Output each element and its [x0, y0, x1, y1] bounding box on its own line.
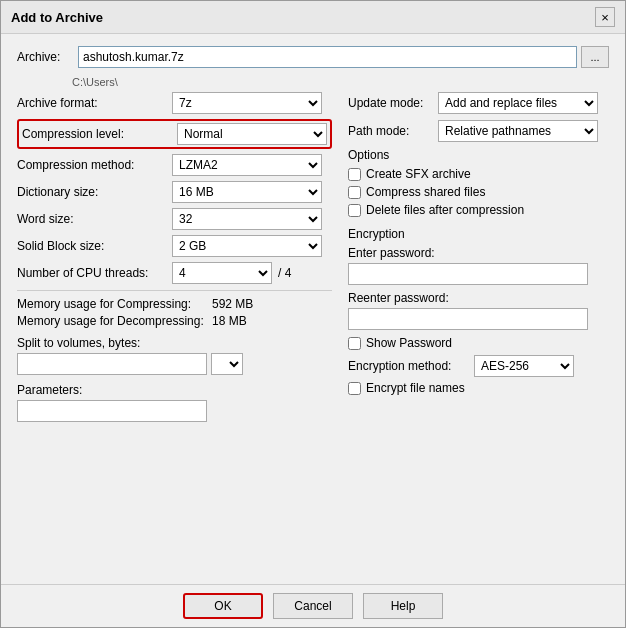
update-mode-label: Update mode: — [348, 96, 438, 110]
mem-decompress-row: Memory usage for Decompressing: 18 MB — [17, 314, 332, 328]
mem-compress-row: Memory usage for Compressing: 592 MB — [17, 297, 332, 311]
params-section: Parameters: — [17, 383, 332, 422]
solid-row: Solid Block size: 2 GB — [17, 235, 332, 257]
create-sfx-checkbox[interactable] — [348, 168, 361, 181]
word-select[interactable]: 32 — [172, 208, 322, 230]
method-label: Compression method: — [17, 158, 172, 172]
format-label: Archive format: — [17, 96, 172, 110]
compression-level-select[interactable]: Normal — [177, 123, 327, 145]
enc-method-label: Encryption method: — [348, 359, 468, 373]
mem-decompress-value: 18 MB — [212, 314, 247, 328]
dict-label: Dictionary size: — [17, 185, 172, 199]
cancel-button[interactable]: Cancel — [273, 593, 353, 619]
archive-path-input[interactable] — [78, 46, 577, 68]
update-mode-row: Update mode: Add and replace files — [348, 92, 609, 114]
compression-level-row: Compression level: Normal — [17, 119, 332, 149]
add-to-archive-dialog: Add to Archive × Archive: ... C:\Users\ … — [0, 0, 626, 628]
cpu-label: Number of CPU threads: — [17, 266, 172, 280]
show-password-label: Show Password — [366, 336, 452, 350]
split-unit-select[interactable] — [211, 353, 243, 375]
compression-level-label: Compression level: — [22, 127, 177, 141]
options-heading: Options — [348, 148, 609, 162]
split-input[interactable] — [17, 353, 207, 375]
solid-label: Solid Block size: — [17, 239, 172, 253]
update-mode-select[interactable]: Add and replace files — [438, 92, 598, 114]
solid-select[interactable]: 2 GB — [172, 235, 322, 257]
delete-after-label: Delete files after compression — [366, 203, 524, 217]
reenter-pass-label: Reenter password: — [348, 291, 609, 305]
split-label: Split to volumes, bytes: — [17, 336, 332, 350]
mem-decompress-label: Memory usage for Decompressing: — [17, 314, 212, 328]
compress-shared-label: Compress shared files — [366, 185, 485, 199]
mem-compress-value: 592 MB — [212, 297, 253, 311]
dialog-title: Add to Archive — [11, 10, 103, 25]
path-mode-label: Path mode: — [348, 124, 438, 138]
path-mode-select[interactable]: Relative pathnames — [438, 120, 598, 142]
compress-shared-checkbox[interactable] — [348, 186, 361, 199]
delete-after-checkbox[interactable] — [348, 204, 361, 217]
cpu-select[interactable]: 4 — [172, 262, 272, 284]
delete-after-row: Delete files after compression — [348, 203, 609, 217]
mem-compress-label: Memory usage for Compressing: — [17, 297, 212, 311]
archive-path-prefix: C:\Users\ — [72, 76, 609, 88]
reenter-pass-input[interactable] — [348, 308, 588, 330]
enc-method-row: Encryption method: AES-256 — [348, 355, 609, 377]
help-button[interactable]: Help — [363, 593, 443, 619]
cpu-total: / 4 — [278, 266, 291, 280]
dialog-footer: OK Cancel Help — [1, 584, 625, 627]
dict-select[interactable]: 16 MB — [172, 181, 322, 203]
archive-row: Archive: ... — [17, 46, 609, 68]
ok-button[interactable]: OK — [183, 593, 263, 619]
params-input[interactable] — [17, 400, 207, 422]
method-select[interactable]: LZMA2 — [172, 154, 322, 176]
word-row: Word size: 32 — [17, 208, 332, 230]
encryption-heading: Encryption — [348, 227, 609, 241]
close-button[interactable]: × — [595, 7, 615, 27]
options-section: Options Create SFX archive Compress shar… — [348, 148, 609, 217]
enter-pass-label: Enter password: — [348, 246, 609, 260]
main-columns: Archive format: 7z Compression level: No… — [17, 92, 609, 422]
enc-method-select[interactable]: AES-256 — [474, 355, 574, 377]
enter-pass-input[interactable] — [348, 263, 588, 285]
archive-label: Archive: — [17, 50, 72, 64]
show-password-checkbox[interactable] — [348, 337, 361, 350]
dict-row: Dictionary size: 16 MB — [17, 181, 332, 203]
path-mode-row: Path mode: Relative pathnames — [348, 120, 609, 142]
encrypt-names-checkbox[interactable] — [348, 382, 361, 395]
create-sfx-label: Create SFX archive — [366, 167, 471, 181]
encrypt-names-row: Encrypt file names — [348, 381, 609, 395]
show-password-row: Show Password — [348, 336, 609, 350]
encryption-section: Encryption Enter password: Reenter passw… — [348, 227, 609, 395]
create-sfx-row: Create SFX archive — [348, 167, 609, 181]
dialog-content: Archive: ... C:\Users\ Archive format: 7… — [1, 34, 625, 584]
format-row: Archive format: 7z — [17, 92, 332, 114]
format-select[interactable]: 7z — [172, 92, 322, 114]
left-column: Archive format: 7z Compression level: No… — [17, 92, 332, 422]
compress-shared-row: Compress shared files — [348, 185, 609, 199]
word-label: Word size: — [17, 212, 172, 226]
browse-button[interactable]: ... — [581, 46, 609, 68]
method-row: Compression method: LZMA2 — [17, 154, 332, 176]
params-label: Parameters: — [17, 383, 332, 397]
title-bar: Add to Archive × — [1, 1, 625, 34]
encrypt-names-label: Encrypt file names — [366, 381, 465, 395]
archive-path-group: ... — [78, 46, 609, 68]
cpu-row: Number of CPU threads: 4 / 4 — [17, 262, 332, 284]
split-input-wrapper — [17, 353, 332, 375]
right-column: Update mode: Add and replace files Path … — [348, 92, 609, 422]
split-section: Split to volumes, bytes: — [17, 336, 332, 375]
